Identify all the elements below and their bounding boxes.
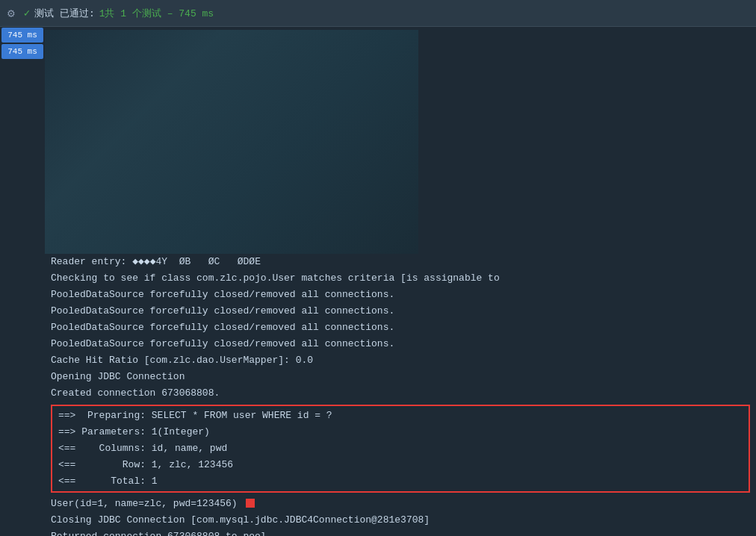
log-line: Created connection 673068808. <box>45 385 756 402</box>
status-detail: 1共 1 个测试 – 745 ms <box>99 7 214 20</box>
sql-preparing: ==> Preparing: SELECT * FROM user WHERE … <box>52 408 749 424</box>
log-line: Opening JDBC Connection <box>45 369 756 385</box>
log-line-user1: User(id=1, name=zlc, pwd=123456) <box>45 496 756 512</box>
sql-columns: <== Columns: id, name, pwd <box>52 440 749 457</box>
test-status: ✓ 测试 已通过: 1共 1 个测试 – 745 ms <box>24 7 214 20</box>
content-area: 745 ms 745 ms Reader entry: ◆◆◆◆4Y ØB ØC… <box>0 27 756 536</box>
log-line: Checking to see if class com.zlc.pojo.Us… <box>45 270 756 287</box>
log-line-closing: Closing JDBC Connection [com.mysql.jdbc.… <box>45 512 756 529</box>
status-label: 测试 已通过: <box>34 7 95 20</box>
log-line: PooledDataSource forcefully closed/remov… <box>45 287 756 303</box>
gear-icon[interactable]: ⚙ <box>7 6 15 21</box>
bg-overlay <box>45 30 418 254</box>
sql-parameters: ==> Parameters: 1(Integer) <box>52 424 749 440</box>
time-badge-1: 745 ms <box>1 28 43 43</box>
sql-total: <== Total: 1 <box>52 473 749 490</box>
check-icon: ✓ <box>24 7 30 19</box>
header-bar: ⚙ ✓ 测试 已通过: 1共 1 个测试 – 745 ms <box>0 0 756 27</box>
sql-block: ==> Preparing: SELECT * FROM user WHERE … <box>51 405 750 493</box>
red-square-icon <box>246 499 255 508</box>
log-line: PooledDataSource forcefully closed/remov… <box>45 336 756 352</box>
log-line: PooledDataSource forcefully closed/remov… <box>45 303 756 320</box>
log-area: Reader entry: ◆◆◆◆4Y ØB ØC ØDØE Checking… <box>45 27 756 536</box>
log-line: Cache Hit Ratio [com.zlc.dao.UserMapper]… <box>45 352 756 369</box>
log-line-returned: Returned connection 673068808 to pool. <box>45 529 756 536</box>
log-line: PooledDataSource forcefully closed/remov… <box>45 320 756 336</box>
time-sidebar: 745 ms 745 ms <box>0 27 45 536</box>
log-line: Reader entry: ◆◆◆◆4Y ØB ØC ØDØE <box>45 254 756 270</box>
time-badge-2: 745 ms <box>1 44 43 59</box>
sql-row: <== Row: 1, zlc, 123456 <box>52 457 749 473</box>
